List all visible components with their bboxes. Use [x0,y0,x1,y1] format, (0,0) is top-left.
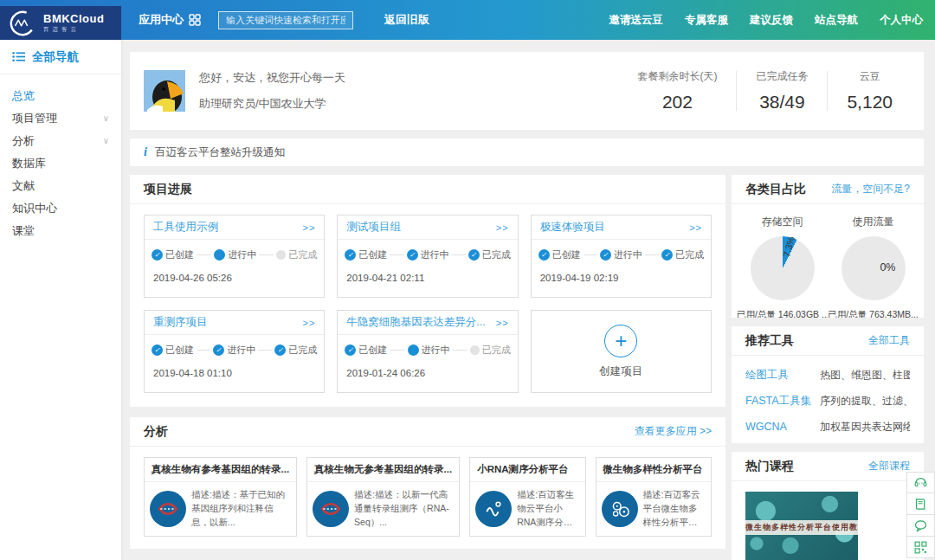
app-description: 描述:描述：基于已知的基因组序列和注释信息，以新... [191,488,291,529]
storage-label: 存储空间 [737,215,828,229]
step-in-progress: 进行中 [407,248,449,261]
sidebar-item-analysis[interactable]: 分析 ∨ [0,130,121,152]
traffic-usage: 使用流量 0% 已用/总量 763.43MB... [828,211,919,318]
project-card: 重测序项目 >> 已创建 进行中 已完成 2019-04-18 01:10 [144,310,325,393]
nav-customer-service[interactable]: 专属客服 [685,13,728,28]
nav-invite-beans[interactable]: 邀请送云豆 [609,13,664,28]
analysis-title: 分析 [144,424,168,440]
project-date: 2019-04-19 02:19 [532,261,711,283]
step-dot-icon [538,249,550,261]
avatar[interactable] [144,70,185,112]
step-dot-icon [470,345,480,355]
account-stats: 套餐剩余时长(天) 202 已完成任务 38/49 云豆 5,120 [618,69,912,113]
step-completed: 已完成 [276,248,317,261]
manual-button[interactable] [906,493,935,515]
step-in-progress: 进行中 [408,344,450,357]
bmkcloud-logo[interactable]: BMKCloud 百迈客云 [0,6,121,40]
more-apps-link[interactable]: 查看更多应用 >> [635,424,712,439]
project-title-link[interactable]: 牛隐窝细胞基因表达差异分... [346,315,485,330]
sidebar-item-classroom[interactable]: 课堂 [0,220,121,242]
project-title-link[interactable]: 测试项目组 [346,220,401,235]
project-more-link[interactable]: >> [302,222,315,233]
tool-item: FASTA工具集 序列的提取、过滤、... [745,394,910,409]
step-completed: 已完成 [274,344,317,357]
project-title-link[interactable]: 工具使用示例 [153,220,218,235]
quota-shortage-link[interactable]: 流量，空间不足? [831,182,910,196]
project-date: 2019-04-21 02:11 [338,261,517,283]
step-created: 已创建 [538,248,581,261]
step-completed: 已完成 [661,248,704,261]
back-to-old-version-button[interactable]: 返回旧版 [384,12,429,28]
tool-description: 序列的提取、过滤、... [820,394,910,409]
notice-text: 百迈客云平台整站升级通知 [155,145,285,160]
project-steps: 已创建 进行中 已完成 [338,240,517,261]
step-dot-icon [152,249,163,261]
step-connector [258,350,272,351]
brand-name: BMKCloud [43,13,104,24]
tool-description: 加权基因共表达网络... [820,420,910,434]
nav-personal-center[interactable]: 个人中心 [880,13,923,28]
app-card[interactable]: 真核生物无参考基因组的转录... 描述:描述：以新一代高通量转录组测序（RNA-… [306,457,460,537]
sidebar-item-literature[interactable]: 文献 [0,175,121,197]
step-dot-icon [152,344,163,356]
notice-bar[interactable]: i 百迈客云平台整站升级通知 [130,138,924,166]
app-description: 描述:描述：以新一代高通量转录组测序（RNA-Seq）... [354,488,454,529]
app-description: 描述:百迈客云平台微生物多样性分析平台是一款结合... [643,488,706,529]
traffic-percent: 0% [880,261,895,274]
project-more-link[interactable]: >> [302,318,315,328]
storage-usage: 存储空间 7.3% 已用/总量 146.03GB ... [737,211,828,318]
step-dot-icon [214,249,225,261]
project-date: 2019-01-24 06:26 [338,357,517,378]
step-completed: 已完成 [468,248,511,261]
course-thumbnail[interactable]: 微生物多样性分析平台使用教程 [745,492,858,560]
create-project-label: 创建项目 [599,364,642,379]
project-more-link[interactable]: >> [689,222,702,233]
step-in-progress: 进行中 [213,344,255,357]
app-center-button[interactable]: 应用中心 [139,12,201,28]
sidebar-item-label: 文献 [12,175,35,197]
sidebar-item-overview[interactable]: 总览 [0,85,121,107]
tool-name-link[interactable]: 绘图工具 [745,368,820,383]
sidebar-item-project-management[interactable]: 项目管理 ∨ [0,107,121,130]
project-title-link[interactable]: 极速体验项目 [540,220,605,235]
customer-service-button[interactable] [906,472,935,493]
step-dot-icon [661,249,673,261]
all-courses-link[interactable]: 全部课程 [868,459,910,473]
courses-title: 热门课程 [745,459,794,474]
step-connector [390,350,404,351]
project-date: 2019-04-26 05:26 [145,261,324,283]
project-more-link[interactable]: >> [496,222,509,233]
feedback-chat-button[interactable] [906,515,935,537]
app-card[interactable]: 真核生物有参考基因组的转录... 描述:描述：基于已知的基因组序列和注释信息，以… [144,457,297,537]
stat-package-days: 套餐剩余时长(天) 202 [618,69,736,113]
nav-feedback[interactable]: 建议反馈 [750,13,793,28]
plus-icon: + [604,325,637,357]
transcriptome-denovo-icon [313,491,349,527]
app-card[interactable]: 微生物多样性分析平台 描述:百迈客云平台微生物多样性分析平台是一款结合... [596,457,712,537]
step-connector [390,254,403,255]
penguin-avatar-image [144,70,185,112]
brand-subtitle: 百迈客云 [43,27,104,33]
sidebar-item-label: 课堂 [12,220,35,242]
sidebar-item-label: 分析 [12,130,35,152]
headset-icon [913,475,928,490]
app-title: 真核生物有参考基因组的转录... [145,458,296,482]
project-title-link[interactable]: 重测序项目 [153,315,208,330]
all-tools-link[interactable]: 全部工具 [868,333,910,348]
sidebar-item-database[interactable]: 数据库 [0,152,121,175]
tool-name-link[interactable]: FASTA工具集 [745,394,820,409]
nav-site-map[interactable]: 站点导航 [815,13,858,28]
app-title: 真核生物无参考基因组的转录... [307,458,459,482]
create-project-button[interactable]: + 创建项目 [531,310,712,393]
step-created: 已创建 [345,248,387,261]
project-more-link[interactable]: >> [496,318,509,328]
step-dot-icon [345,344,356,356]
qr-code-button[interactable] [906,537,935,558]
sidebar-item-knowledge-center[interactable]: 知识中心 [0,197,121,220]
tool-name-link[interactable]: WGCNA [745,421,820,433]
search-input[interactable] [218,11,353,29]
all-navigation-toggle[interactable]: 全部导航 [0,40,121,74]
traffic-caption: 已用/总量 763.43MB... [828,309,919,318]
user-role-text: 助理研究员/中国农业大学 [199,96,345,112]
app-card[interactable]: 小RNA测序分析平台 描述:百迈客生物云平台小RNA测序分析平台由基本分... [469,457,585,537]
